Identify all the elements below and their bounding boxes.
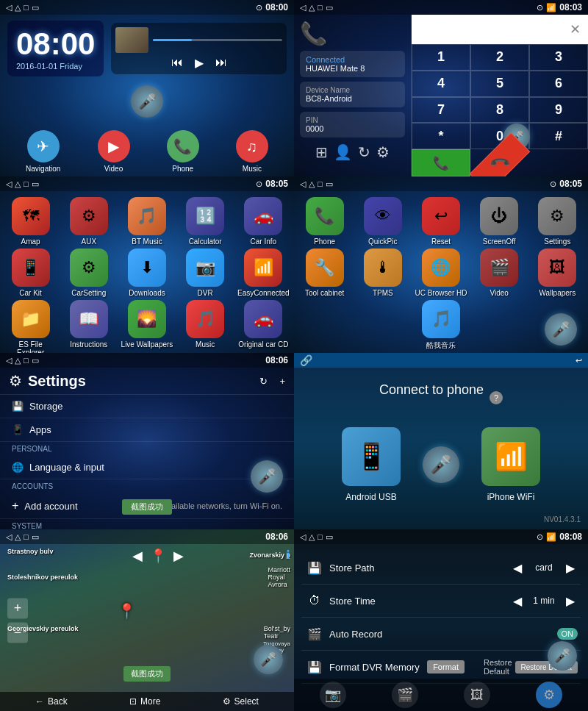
back-icon-p3[interactable]: ◁	[6, 179, 12, 189]
connect-iphone-wifi[interactable]: 📶 iPhone WiFi	[481, 427, 540, 502]
apps-icon-p5[interactable]: □	[24, 356, 29, 365]
app-instructions[interactable]: 📖 Instructions	[62, 300, 115, 353]
apps-icon[interactable]: □	[24, 3, 29, 12]
voice-btn-p6[interactable]: 🎤	[423, 446, 459, 483]
app-livewallpapers[interactable]: 🌄 Live Wallpapers	[121, 300, 173, 353]
app-easyconnected[interactable]: 📶 EasyConnected	[237, 249, 290, 297]
back-icon-p6[interactable]: ↩	[576, 356, 582, 365]
settings-add-icon[interactable]: +	[279, 376, 285, 387]
app-carinfo[interactable]: 🚗 Car Info	[237, 197, 290, 246]
app-reset[interactable]: ↩ Reset	[415, 197, 467, 246]
settings-item-apps[interactable]: 📱 Apps	[0, 418, 294, 442]
nav-video[interactable]: ▶ Video	[98, 130, 130, 173]
app-video[interactable]: 🎬 Video	[473, 249, 526, 297]
voice-btn-p4[interactable]: 🎤	[545, 313, 577, 346]
dial-key-6[interactable]: 6	[529, 71, 588, 97]
dial-key-3[interactable]: 3	[529, 44, 588, 71]
minimize-icon[interactable]: ▭	[32, 3, 39, 12]
back-icon-p2[interactable]: ◁	[300, 3, 306, 12]
nav-music[interactable]: ♫ Music	[236, 130, 268, 173]
map-info-icon[interactable]: ℹ	[286, 548, 290, 562]
nav-navigation[interactable]: ✈ Navigation	[26, 130, 60, 173]
nav-arrow-left[interactable]: ◀	[132, 548, 143, 564]
app-carkit[interactable]: 📱 Car Kit	[4, 249, 57, 297]
dial-key-star[interactable]: *	[412, 123, 470, 149]
dial-key-hash[interactable]: #	[529, 123, 588, 149]
nav-arrow-right[interactable]: ▶	[173, 548, 184, 564]
dial-key-2[interactable]: 2	[470, 44, 529, 71]
dial-key-5[interactable]: 5	[470, 71, 529, 97]
app-dvr[interactable]: 📷 DVR	[179, 249, 232, 297]
back-icon-p4[interactable]: ◁	[300, 179, 306, 189]
app-calculator[interactable]: 🔢 Calculator	[179, 197, 232, 246]
zoom-in-btn[interactable]: +	[7, 598, 28, 618]
settings-item-storage[interactable]: 💾 Storage	[0, 395, 294, 418]
app-wallpapers[interactable]: 🖼 Wallpapers	[531, 249, 584, 297]
app-ucbrowser[interactable]: 🌐 UC Browser HD	[415, 249, 467, 297]
history-icon[interactable]: ↻	[358, 143, 370, 161]
back-icon-p7[interactable]: ◁	[6, 532, 12, 542]
dial-key-4[interactable]: 4	[412, 71, 470, 97]
dial-settings-icon[interactable]: ⚙	[376, 143, 390, 161]
storetime-next-btn[interactable]: ▶	[563, 593, 578, 610]
app-quickpic[interactable]: 👁 QuickPic	[356, 197, 409, 246]
dvr-bottom-photo[interactable]: 🖼	[464, 682, 490, 708]
dialpad-icon[interactable]: ⊞	[315, 143, 328, 161]
format-btn[interactable]: Format	[427, 660, 465, 674]
back-icon-p5[interactable]: ◁	[6, 356, 12, 365]
minimize-icon-p7[interactable]: ▭	[32, 532, 39, 542]
media-prev-btn[interactable]: ⏮	[171, 56, 183, 70]
apps-icon-p4[interactable]: □	[318, 179, 323, 188]
dial-call-btn[interactable]: 📞	[412, 149, 470, 176]
voice-btn-p1[interactable]: 🎤	[131, 85, 163, 118]
app-screenoff[interactable]: ⏻ ScreenOff	[473, 197, 526, 246]
minimize-icon-p5[interactable]: ▭	[32, 356, 39, 365]
media-play-btn[interactable]: ▶	[195, 56, 204, 70]
minimize-icon-p8[interactable]: ▭	[326, 532, 333, 542]
home-icon-p4[interactable]: △	[309, 179, 315, 189]
dvr-bottom-video[interactable]: 🎬	[392, 682, 418, 708]
map-back-btn[interactable]: ← Back	[35, 696, 68, 707]
contacts-icon[interactable]: 👤	[334, 143, 352, 161]
zoom-out-btn[interactable]: −	[7, 622, 28, 643]
dial-delete-btn[interactable]: ✕	[570, 21, 581, 37]
app-downloads[interactable]: ⬇ Downloads	[121, 249, 173, 297]
back-icon-p8[interactable]: ◁	[300, 532, 306, 542]
nav-phone[interactable]: 📞 Phone	[167, 130, 199, 173]
app-tpms[interactable]: 🌡 TPMS	[356, 249, 409, 297]
app-carsetting[interactable]: ⚙ CarSetting	[62, 249, 115, 297]
app-amap[interactable]: 🗺 Amap	[4, 197, 57, 246]
app-aux[interactable]: ⚙ AUX	[62, 197, 115, 246]
map-more-btn[interactable]: ⊡ More	[129, 696, 160, 707]
home-icon-p2[interactable]: △	[309, 3, 315, 12]
settings-item-language[interactable]: 🌐 Language & input	[0, 456, 294, 479]
connect-android-usb[interactable]: 📱 Android USB	[342, 427, 401, 502]
home-icon-p5[interactable]: △	[15, 356, 21, 365]
apps-icon-p8[interactable]: □	[318, 532, 323, 541]
home-icon[interactable]: △	[15, 3, 21, 12]
apps-icon-p3[interactable]: □	[24, 179, 29, 188]
media-next-btn[interactable]: ⏭	[215, 56, 227, 70]
apps-icon-p7[interactable]: □	[24, 532, 29, 541]
back-icon[interactable]: ◁	[6, 3, 12, 12]
storepath-prev-btn[interactable]: ◀	[510, 560, 525, 576]
dvr-bottom-camera[interactable]: 📷	[320, 682, 346, 708]
minimize-icon-p3[interactable]: ▭	[32, 179, 39, 189]
dial-key-7[interactable]: 7	[412, 97, 470, 124]
home-icon-p3[interactable]: △	[15, 179, 21, 189]
settings-refresh-icon[interactable]: ↻	[259, 376, 268, 387]
app-originalcarcd[interactable]: 🚗 Original car CD	[237, 300, 290, 353]
dial-display[interactable]: ✕	[412, 15, 588, 44]
app-btmusic[interactable]: 🎵 BT Music	[121, 197, 173, 246]
dial-key-8[interactable]: 8	[470, 97, 529, 124]
help-icon[interactable]: ?	[490, 391, 503, 404]
minimize-icon-p4[interactable]: ▭	[326, 179, 333, 189]
app-phone[interactable]: 📞 Phone	[298, 197, 351, 246]
app-toolcabinet[interactable]: 🔧 Tool cabinet	[298, 249, 351, 297]
voice-btn-p8[interactable]: 🎤	[548, 641, 577, 671]
autorecord-toggle[interactable]: ON	[557, 628, 578, 640]
storetime-prev-btn[interactable]: ◀	[510, 593, 525, 610]
apps-icon-p2[interactable]: □	[318, 3, 323, 12]
map-select-btn[interactable]: ⚙ Select	[223, 696, 259, 707]
dial-key-9[interactable]: 9	[529, 97, 588, 124]
